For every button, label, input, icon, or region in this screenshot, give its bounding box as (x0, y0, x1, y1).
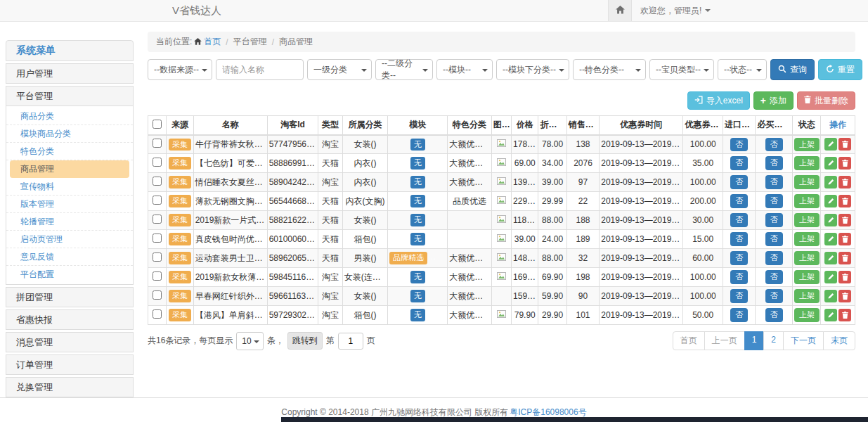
imported-toggle[interactable]: 否 (730, 175, 748, 188)
status-badge[interactable]: 上架 (794, 156, 820, 170)
status-badge[interactable]: 上架 (794, 289, 820, 302)
reset-button[interactable]: 重置 (818, 59, 862, 80)
delete-button[interactable] (838, 138, 851, 151)
sidebar-item[interactable]: 版本管理 (6, 196, 133, 213)
filter-module-select[interactable]: --模块-- (436, 59, 493, 80)
filter-category1-select[interactable]: 一级分类 (307, 59, 372, 80)
filter-name-input[interactable] (216, 59, 304, 80)
delete-button[interactable] (838, 176, 851, 188)
edit-button[interactable] (824, 195, 837, 207)
pager-page-1[interactable]: 1 (744, 331, 765, 350)
row-checkbox[interactable] (153, 271, 162, 281)
select-all-checkbox[interactable] (153, 120, 162, 129)
pager-prev[interactable]: 上一页 (704, 331, 745, 350)
pager-last[interactable]: 末页 (823, 331, 855, 350)
must-buy-toggle[interactable]: 否 (765, 156, 783, 170)
sidebar-item[interactable]: 宣传物料 (6, 178, 133, 196)
delete-button[interactable] (838, 233, 851, 245)
search-button[interactable]: 查询 (770, 59, 815, 80)
edit-button[interactable] (824, 157, 837, 170)
status-badge[interactable]: 上架 (794, 194, 820, 207)
delete-button[interactable] (838, 271, 851, 283)
pager-next[interactable]: 下一页 (783, 331, 824, 350)
pager-page-2[interactable]: 2 (763, 331, 784, 350)
row-checkbox[interactable] (153, 309, 162, 319)
must-buy-toggle[interactable]: 否 (765, 232, 783, 245)
delete-button[interactable] (838, 252, 851, 264)
batch-delete-button[interactable]: 批量删除 (797, 91, 855, 110)
jump-button[interactable]: 跳转到 (287, 332, 323, 350)
edit-button[interactable] (824, 176, 837, 188)
sidebar-item[interactable]: 特色分类 (6, 143, 133, 160)
row-checkbox[interactable] (153, 290, 162, 300)
sidebar-group[interactable]: 省惠快报 (6, 309, 134, 330)
status-badge[interactable]: 上架 (794, 251, 820, 264)
must-buy-toggle[interactable]: 否 (765, 308, 783, 321)
imported-toggle[interactable]: 否 (730, 251, 748, 264)
edit-button[interactable] (824, 138, 837, 151)
row-checkbox[interactable] (153, 215, 162, 224)
breadcrumb-home-link[interactable]: 首页 (204, 36, 221, 48)
filter-feature-select[interactable]: --特色分类-- (573, 59, 646, 80)
must-buy-toggle[interactable]: 否 (765, 194, 783, 207)
status-badge[interactable]: 上架 (794, 138, 820, 151)
delete-button[interactable] (838, 309, 851, 321)
status-badge[interactable]: 上架 (794, 213, 820, 226)
sidebar-item[interactable]: 平台配置 (6, 266, 133, 283)
must-buy-toggle[interactable]: 否 (765, 213, 783, 226)
sidebar-group[interactable]: 订单管理 (6, 354, 134, 375)
status-badge[interactable]: 上架 (794, 308, 820, 321)
status-badge[interactable]: 上架 (794, 175, 820, 188)
pager-first[interactable]: 首页 (673, 331, 705, 350)
filter-item-type-select[interactable]: --宝贝类型-- (649, 59, 714, 80)
status-badge[interactable]: 上架 (794, 270, 820, 283)
row-checkbox[interactable] (153, 196, 162, 205)
page-size-select[interactable]: 10 (236, 332, 263, 350)
sidebar-group[interactable]: 兑换管理 (6, 377, 134, 397)
edit-button[interactable] (824, 214, 837, 226)
imported-toggle[interactable]: 否 (730, 289, 748, 302)
sidebar-group[interactable]: 用户管理 (6, 63, 134, 84)
sidebar-item[interactable]: 商品分类 (6, 108, 133, 125)
imported-toggle[interactable]: 否 (730, 138, 748, 151)
row-checkbox[interactable] (153, 252, 162, 262)
row-checkbox[interactable] (153, 139, 162, 148)
sidebar-item[interactable]: 模块商品分类 (6, 125, 133, 143)
add-button[interactable]: + 添加 (753, 91, 793, 110)
must-buy-toggle[interactable]: 否 (765, 138, 783, 151)
delete-button[interactable] (838, 214, 851, 226)
delete-button[interactable] (838, 157, 851, 170)
row-checkbox[interactable] (153, 234, 162, 243)
imported-toggle[interactable]: 否 (730, 270, 748, 283)
user-menu[interactable]: 欢迎您，管理员! (632, 5, 720, 17)
filter-status-select[interactable]: --状态-- (718, 59, 767, 80)
imported-toggle[interactable]: 否 (730, 308, 748, 321)
filter-category2-select[interactable]: --二级分类-- (375, 59, 433, 80)
sidebar-item[interactable]: 启动页管理 (6, 231, 133, 248)
status-badge[interactable]: 上架 (794, 232, 820, 245)
sidebar-item-active[interactable]: 商品管理 (10, 160, 129, 178)
must-buy-toggle[interactable]: 否 (765, 270, 783, 283)
must-buy-toggle[interactable]: 否 (765, 289, 783, 302)
delete-button[interactable] (838, 290, 851, 302)
edit-button[interactable] (824, 233, 837, 245)
imported-toggle[interactable]: 否 (730, 156, 748, 170)
imported-toggle[interactable]: 否 (730, 232, 748, 245)
filter-module-sub-select[interactable]: --模块下分类-- (496, 59, 569, 80)
sidebar-group[interactable]: 消息管理 (6, 332, 134, 352)
edit-button[interactable] (824, 309, 837, 321)
row-checkbox[interactable] (153, 177, 162, 186)
import-excel-button[interactable]: 导入excel (687, 91, 750, 110)
delete-button[interactable] (838, 195, 851, 207)
imported-toggle[interactable]: 否 (730, 194, 748, 207)
imported-toggle[interactable]: 否 (730, 213, 748, 226)
sidebar-item[interactable]: 轮播管理 (6, 213, 133, 231)
sidebar-group[interactable]: 拼团管理 (6, 287, 134, 307)
must-buy-toggle[interactable]: 否 (765, 251, 783, 264)
page-number-input[interactable] (338, 333, 363, 350)
sidebar-group[interactable]: 平台管理 (6, 86, 134, 106)
row-checkbox[interactable] (153, 158, 162, 167)
filter-source-select[interactable]: --数据来源-- (148, 59, 212, 80)
must-buy-toggle[interactable]: 否 (765, 175, 783, 188)
edit-button[interactable] (824, 252, 837, 264)
